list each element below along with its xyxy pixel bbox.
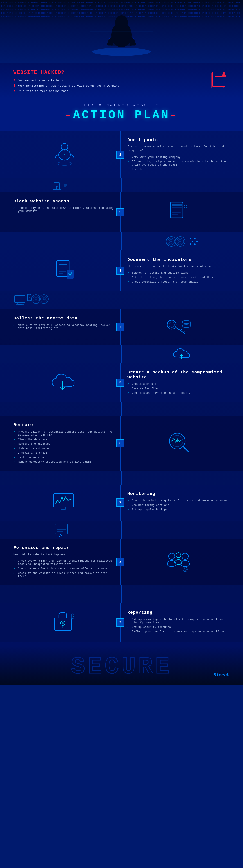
connector-7-8 — [0, 521, 243, 538]
step-3-check-1: Search for strong and subtile signs — [127, 271, 230, 275]
website-block-icon — [165, 199, 192, 226]
step-7-row: 7 Monitoring Check the website regularly… — [0, 485, 243, 521]
forensics-team-icon — [164, 550, 193, 574]
hacked-item-1: ! You suspect a website hack — [13, 79, 203, 82]
step-6-check-6: Test the website — [13, 455, 116, 460]
svg-point-0 — [92, 48, 151, 56]
book-alert-icon: ! — [209, 70, 230, 90]
svg-rect-94 — [57, 531, 63, 532]
svg-rect-30 — [172, 207, 182, 208]
svg-point-66 — [35, 299, 37, 300]
step-5-check-2: Save as Tar file — [127, 386, 230, 391]
svg-point-51 — [194, 244, 195, 245]
step-5-checks: Create a backup Save as Tar file Compres… — [127, 382, 230, 395]
svg-point-85 — [176, 440, 178, 442]
connector-3-4 — [0, 291, 243, 309]
svg-point-72 — [169, 322, 174, 328]
step-1-content: Don't panic Fixing a hacked website is n… — [121, 131, 243, 179]
connector-right-2 — [122, 232, 243, 250]
step-6-check-7: Remove directory protection and go live … — [13, 460, 116, 464]
bullet-icon-3: ! — [13, 89, 16, 93]
step-7-check-3: Set up regular backups — [127, 507, 230, 512]
step-1-row: 1 Don't panic Fixing a hacked website is… — [0, 131, 243, 179]
step-8-badge: 8 — [116, 558, 124, 566]
step-1-check-3: Breathe — [127, 167, 230, 172]
hacked-section: WEBSITE HACKED? ! You suspect a website … — [0, 63, 243, 98]
svg-point-101 — [183, 567, 187, 571]
step-6-divider: 6 — [120, 416, 121, 471]
step-2-content: Block website access Temporarily shut th… — [0, 192, 120, 232]
svg-text:!: ! — [223, 73, 225, 77]
step-6-icon — [121, 416, 243, 471]
connector-left-5 — [0, 402, 121, 416]
step-3-content: Document the indicators The documentatio… — [121, 250, 243, 291]
step-7-checks: Check the website regularly for errors a… — [127, 498, 230, 512]
svg-point-50 — [196, 241, 198, 242]
step-5-row: 5 Create a backup of the compromised web… — [0, 363, 243, 402]
step-6-row: Restore Prepare client for potential con… — [0, 416, 243, 471]
svg-line-73 — [176, 328, 185, 334]
svg-point-98 — [169, 553, 175, 559]
step-8-title: Forensics and repair — [13, 545, 116, 550]
key-access-icon — [165, 316, 192, 338]
step-2-checks: Temporarily shut the site down to block … — [13, 206, 116, 214]
step-8-desc: How did the website hack happen? — [13, 553, 116, 557]
monitoring-icon — [51, 491, 78, 514]
hacked-icon: ! — [209, 70, 230, 91]
step-7-divider: 7 — [120, 485, 121, 521]
step-1-divider: 1 — [120, 131, 121, 179]
shield-lock-icon — [52, 179, 70, 191]
step-2-row: Block website access Temporarily shut th… — [0, 192, 243, 232]
steps-container: 1 Don't panic Fixing a hacked website is… — [0, 126, 243, 646]
step-5-check-3: Compress and save the backup locally — [127, 391, 230, 395]
step-3-icon — [0, 250, 120, 291]
step-5-title: Create a backup of the compromised websi… — [127, 370, 230, 380]
bullet-icon-1: ! — [13, 78, 16, 82]
svg-rect-11 — [212, 73, 224, 88]
step-9-check-1: Set up a meeting with the client to expl… — [127, 617, 230, 625]
svg-point-100 — [176, 553, 181, 558]
step-2-divider: 2 — [120, 192, 121, 232]
step-9-checks: Set up a meeting with the client to expl… — [127, 617, 230, 634]
svg-rect-90 — [55, 524, 67, 534]
step-6-check-3: Restore the database — [13, 442, 116, 446]
svg-point-97 — [61, 536, 61, 537]
svg-rect-77 — [182, 322, 190, 326]
restore-icon — [165, 430, 192, 457]
step-6-check-1: Prepare client for potential content los… — [13, 430, 116, 437]
connector-6-7 — [0, 471, 243, 485]
step-8-divider: 8 — [120, 538, 121, 585]
connector-5-6 — [0, 402, 243, 416]
bullet-icon-2: ! — [13, 84, 16, 88]
svg-point-17 — [61, 143, 68, 150]
hacked-content: WEBSITE HACKED? ! You suspect a website … — [13, 70, 203, 95]
step-7-badge: 7 — [116, 498, 124, 506]
svg-rect-93 — [57, 529, 66, 530]
svg-point-48 — [190, 244, 191, 245]
svg-rect-92 — [57, 528, 65, 528]
step-7-check-1: Check the website regularly for errors a… — [127, 498, 230, 503]
svg-point-70 — [43, 299, 44, 300]
connector-left-1 — [0, 179, 121, 192]
connector-right-7 — [122, 521, 243, 538]
svg-point-41 — [170, 241, 172, 242]
step-1-icon — [0, 131, 120, 179]
svg-line-75 — [183, 331, 185, 332]
step-3-check-3: Check potential effects, e.g. spam email… — [127, 280, 230, 284]
svg-point-45 — [179, 241, 181, 242]
hero-section: 01001000 01000001 01000011 01001011 0100… — [0, 0, 243, 63]
step-5-content: Create a backup of the compromised websi… — [121, 363, 243, 402]
step-2-icon — [121, 192, 243, 232]
connector-8-9 — [0, 585, 243, 603]
svg-point-19 — [64, 154, 65, 155]
svg-point-87 — [61, 497, 63, 499]
step-9-badge: 9 — [116, 618, 124, 626]
hacked-title: WEBSITE HACKED? — [13, 70, 203, 75]
connector-2-3 — [0, 232, 243, 250]
step-1-badge: 1 — [116, 151, 124, 159]
step-8-checks: Check every folder and file of theme/plu… — [13, 559, 116, 579]
step-4-icon — [121, 309, 243, 345]
svg-rect-59 — [14, 296, 25, 303]
step-4-checks: Make sure to have full access to website… — [13, 323, 116, 331]
step-4-row: Collect the access data Make sure to hav… — [0, 309, 243, 345]
